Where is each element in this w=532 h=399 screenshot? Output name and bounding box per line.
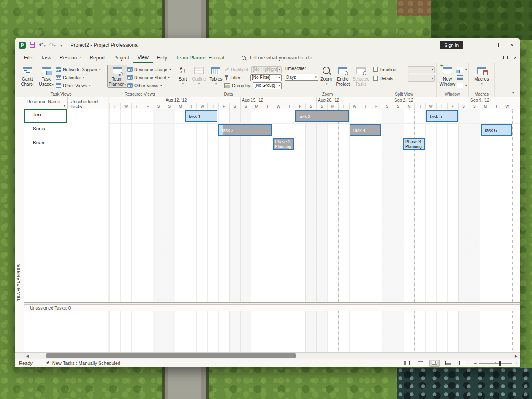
timeline-row: Timeline ▾ [373, 66, 435, 73]
table-row-sonia[interactable]: Sonia [24, 123, 108, 137]
timeline-combo: ▾ [408, 66, 435, 73]
menu-tab-task[interactable]: Task [36, 53, 55, 62]
task-bar-task-4[interactable]: Task 4 [350, 124, 381, 136]
task-bar-task-3[interactable]: Task 3 [295, 110, 349, 122]
menu-tab-project[interactable]: Project [109, 53, 133, 62]
other-views-icon [56, 83, 61, 88]
menu-tab-help[interactable]: Help [153, 53, 172, 62]
new-tasks-mode-button[interactable]: New Tasks : Manually Scheduled [45, 361, 120, 366]
collapse-ribbon-icon[interactable]: ▾ [512, 90, 514, 95]
day-header-cell: T [262, 103, 273, 109]
day-header-cell: M [327, 103, 338, 109]
project-app-icon: P [19, 42, 26, 49]
day-header-cell: W [196, 103, 207, 109]
desktop-road-bottom [162, 365, 209, 399]
menu-tab-view[interactable]: View [133, 52, 153, 63]
task-bar-task-6[interactable]: Task 6 [481, 124, 512, 136]
outline-button: Outline ▾ [190, 65, 207, 86]
column-header-unscheduled-tasks[interactable]: Unscheduled Tasks [68, 97, 108, 109]
maximize-button[interactable] [488, 38, 504, 52]
task-usage-button[interactable]: Task Usage▾ [37, 65, 56, 87]
zoom-out-icon[interactable]: − [474, 361, 477, 366]
calendar-button[interactable]: Calendar▾ [56, 74, 101, 81]
tables-button[interactable]: Tables ▾ [208, 65, 224, 86]
report-view-button[interactable] [457, 360, 467, 367]
week-boundary-line [262, 109, 262, 352]
arrange-all-button[interactable] [457, 74, 467, 81]
view-label: TEAM PLANNER [16, 264, 21, 301]
project-professional-window: P ↶▾ ↷▾ ▾ Project2 - Project Professiona… [15, 38, 520, 367]
gantt-chart-view-icon [404, 361, 410, 365]
scroll-left-icon[interactable]: ◀ [26, 353, 29, 359]
entire-project-button[interactable]: Entire Project [334, 65, 352, 86]
gantt-chart-view-button[interactable] [402, 360, 412, 367]
task-bar-task-5[interactable]: Task 5 [426, 110, 458, 122]
minimize-button[interactable] [472, 38, 488, 52]
ribbon-group-split-view: Timeline ▾ Details ▾ Split View [372, 63, 437, 97]
task-usage-view-button[interactable] [415, 360, 426, 367]
timeline-checkbox[interactable] [373, 67, 378, 72]
resource-sheet-view-button[interactable] [443, 360, 453, 367]
gantt-chart-button[interactable]: Gantt Chart▾ [18, 65, 37, 87]
task-usage-view-icon [418, 361, 423, 365]
zoom-slider: − + [474, 361, 518, 366]
zoom-slider-track[interactable] [479, 363, 512, 364]
child-restore-icon[interactable] [503, 56, 508, 59]
hide-window-button[interactable]: ▾ [457, 82, 467, 89]
day-header-cell: F [447, 103, 458, 109]
window-title: Project2 - Project Professional [71, 42, 138, 48]
timescale-combo[interactable]: Days▾ [285, 74, 318, 81]
filter-combo[interactable]: [No Filter]▾ [250, 74, 282, 81]
quick-access-toolbar: P ↶▾ ↷▾ ▾ [19, 42, 64, 49]
group-by-combo[interactable]: [No Group]▾ [253, 82, 282, 89]
scrollbar-thumb[interactable] [46, 353, 296, 358]
zoom-button[interactable]: Zoom ▾ [318, 65, 334, 86]
team-planner-view-button[interactable] [429, 360, 440, 367]
day-header-cell: W [425, 103, 436, 109]
day-header-cell: W [120, 103, 131, 109]
menu-tab-resource[interactable]: Resource [55, 53, 85, 62]
sort-button[interactable]: AZ↓ Sort ▾ [175, 65, 190, 86]
other-views-button[interactable]: Other Views▾ [56, 82, 101, 89]
task-bar-task-2[interactable]: Task 2 [218, 124, 272, 136]
scroll-right-icon[interactable]: ▶ [515, 353, 518, 359]
desktop-rocks-water [397, 368, 532, 399]
save-icon[interactable] [30, 42, 35, 48]
switch-windows-button[interactable]: ▾ [457, 66, 467, 73]
undo-button[interactable]: ↶▾ [39, 42, 45, 48]
table-row-jon[interactable]: Jon [24, 109, 108, 123]
zoom-slider-thumb[interactable] [499, 361, 501, 366]
resource-usage-button[interactable]: Resource Usage▾ [127, 66, 171, 73]
sort-icon: AZ [180, 67, 183, 74]
zoom-in-icon[interactable]: + [515, 361, 518, 366]
customize-qat-icon[interactable]: ▾ [60, 44, 64, 47]
network-diagram-button[interactable]: Network Diagram▾ [56, 66, 101, 73]
column-header-resource-name[interactable]: Resource Name ▾ [24, 97, 68, 109]
new-window-button[interactable]: New Window [438, 65, 457, 86]
task-bar-phase-3-planning[interactable]: Phase 3Planning [403, 138, 425, 150]
close-button[interactable]: × [504, 38, 520, 52]
menu-tab-report[interactable]: Report [85, 53, 109, 62]
menu-tab-file[interactable]: File [20, 53, 36, 62]
column-dropdown-icon[interactable]: ▾ [64, 104, 65, 108]
child-close-icon[interactable]: × [513, 54, 517, 61]
task-label-line: Phase 2 [275, 140, 290, 144]
horizontal-scrollbar[interactable]: ◀ ▶ [15, 352, 520, 359]
task-label: Task 2 [221, 128, 233, 133]
week-tick [240, 97, 241, 103]
table-row-brian[interactable]: Brian [24, 137, 108, 151]
macros-button[interactable]: Macros ▾ [472, 65, 491, 86]
other-views-resource-button[interactable]: Other Views▾ [127, 82, 171, 89]
table-header: Resource Name ▾ Unscheduled Tasks [24, 97, 108, 109]
schedule-chart: Aug 12, '12Aug 19, '12Aug 26, '12Sep 2, … [109, 97, 520, 352]
task-bar-phase-2-planning[interactable]: Phase 2Planning [273, 138, 294, 150]
details-checkbox[interactable] [373, 76, 378, 81]
task-label-line: Phase 3 [405, 140, 421, 144]
menu-tab-team-planner-format[interactable]: Team Planner Format [171, 53, 228, 62]
unassigned-tasks-bar: Unassigned Tasks: 0 [24, 305, 520, 311]
task-bar-task-1[interactable]: Task 1 [185, 110, 217, 122]
team-planner-button[interactable]: Team Planner▾ [107, 65, 127, 88]
tell-me-search[interactable]: Tell me what you want to do [242, 55, 312, 61]
resource-sheet-button[interactable]: Resource Sheet▾ [127, 74, 171, 81]
sign-in-button[interactable]: Sign in [440, 41, 463, 49]
